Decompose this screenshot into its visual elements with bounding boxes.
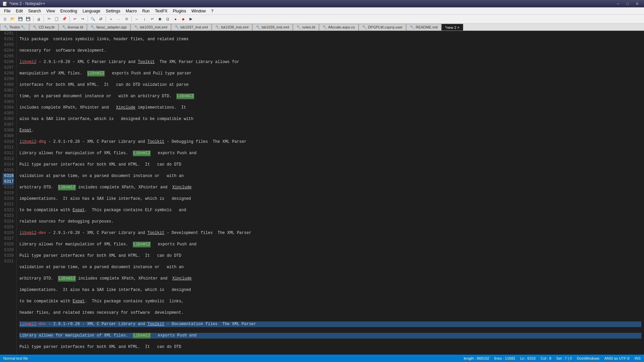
app-icon: 📝 xyxy=(3,2,7,6)
focus-button[interactable]: ◉ xyxy=(156,15,164,23)
tab-readme[interactable]: 🔧 README.md xyxy=(406,24,441,31)
line-6304: arbitrary DTD. Libxml2 includes complete… xyxy=(19,185,641,190)
keyword-libxml2dbg: libxml2 xyxy=(19,139,36,145)
tab-allocate[interactable]: 🔧 Allocate.aspx.cs xyxy=(319,24,359,31)
status-bar: Normal text file length : 860192 lines :… xyxy=(0,355,644,362)
line-6307: related sources for debugging purposes. xyxy=(19,219,641,225)
tab-tsk1033[interactable]: 🔧 tsk1033_inst.xml xyxy=(130,24,171,31)
tab-tsk1039[interactable]: 🔧 tsk1039_inst.xml xyxy=(252,24,293,31)
separator1 xyxy=(33,16,34,22)
line-6316: libxml2-doc - 2.9.1-r0.28 - XML C Parser… xyxy=(19,321,641,327)
tab-license[interactable]: 🔧 license.bt xyxy=(58,24,87,31)
menu-file[interactable]: File xyxy=(1,8,13,14)
sync-h-button[interactable]: ↔ xyxy=(133,15,141,23)
tab-fanuc[interactable]: 🔧 fanuc_adapter.cpp xyxy=(87,24,130,31)
menu-help[interactable]: ? xyxy=(208,8,216,14)
tab-new2[interactable]: *new 2 × xyxy=(441,24,463,31)
highlight-libxml2-4: Libxml2 xyxy=(58,185,75,190)
save-button[interactable]: 💾 xyxy=(17,15,24,23)
menu-settings[interactable]: Settings xyxy=(103,8,123,14)
separator2 xyxy=(44,16,44,22)
menu-textfx[interactable]: TextFX xyxy=(152,8,170,14)
close-button[interactable]: ✕ xyxy=(633,1,641,7)
separator4 xyxy=(88,16,88,22)
undo-button[interactable]: ↩ xyxy=(71,15,78,23)
menu-run[interactable]: Run xyxy=(140,8,152,14)
cut-button[interactable]: ✂ xyxy=(45,15,53,23)
macro-play-button[interactable]: ▶ xyxy=(187,15,195,23)
menu-language[interactable]: Language xyxy=(80,8,103,14)
wrap-button[interactable]: ↵ xyxy=(149,15,156,23)
tab-cdkey[interactable]: 🔧 CD key.bt xyxy=(29,24,58,31)
line-6308: libxml2-dev - 2.9.1-r0.28 - XML C Parser… xyxy=(19,230,641,236)
line-6299: Expat. xyxy=(19,128,641,133)
code-content[interactable]: This package contains symbolic links, he… xyxy=(17,31,644,355)
line-6294: manipulation of XML files. Libxml2 expor… xyxy=(19,71,641,76)
keyword-libxml2: libxml2 xyxy=(19,59,36,65)
tab-testini[interactable]: 🔧 Testini.🔧 xyxy=(0,24,29,31)
line-6296: time, on a parsed document instance or w… xyxy=(19,94,641,99)
line-6293: libxml2 - 2.9.1-r0.28 - XML C Parser Lib… xyxy=(19,59,641,65)
status-encoding: ANSI as UTF-8 xyxy=(604,356,630,360)
separator3 xyxy=(69,16,70,22)
title-bar: 📝 *new 2 - Notepad++ ─ □ ✕ xyxy=(0,0,644,7)
menu-window[interactable]: Window xyxy=(189,8,209,14)
zoom-in-button[interactable]: + xyxy=(107,15,115,23)
status-col: Col : 8 xyxy=(541,356,551,360)
status-ln: Ln : 6316 xyxy=(520,356,536,360)
line-6303: validation at parse time, on a parsed do… xyxy=(19,173,641,179)
editor[interactable]: 62916292629362946295 6296629762986299630… xyxy=(0,31,644,355)
status-left: Normal text file xyxy=(3,356,28,360)
line-6302: Pull type parser interfaces for both XML… xyxy=(19,162,641,168)
tab-notes[interactable]: 🔧 notes.bt xyxy=(293,24,319,31)
keyword-libxml2doc: libxml2 xyxy=(19,321,36,327)
menu-search[interactable]: Search xyxy=(25,8,44,14)
new-button[interactable]: 🗋 xyxy=(1,15,9,23)
status-file-type: Normal text file xyxy=(3,356,28,360)
menu-plugins[interactable]: Plugins xyxy=(170,8,189,14)
macro-stop-button[interactable]: ■ xyxy=(179,15,187,23)
line-6292: necessary for software development. xyxy=(19,48,641,54)
status-length: length : 860192 xyxy=(464,356,489,360)
line-6306: to be compatible with Expat. This packag… xyxy=(19,207,641,213)
redo-button[interactable]: ↪ xyxy=(79,15,86,23)
highlight-libxml2-5: Libxml2 xyxy=(133,242,150,247)
print-button[interactable]: 🖨 xyxy=(35,15,42,23)
window-title: *new 2 - Notepad++ xyxy=(9,1,45,6)
replace-button[interactable]: ⇄ xyxy=(97,15,104,23)
minimize-button[interactable]: ─ xyxy=(614,1,623,7)
macro-rec-button[interactable]: ● xyxy=(172,15,179,23)
line-numbers: 62916292629362946295 6296629762986299630… xyxy=(0,31,17,355)
menu-bar: File Edit Search View Encoding Language … xyxy=(0,7,644,15)
line-6298: also has a SAX like interface, which is … xyxy=(19,116,641,122)
maximize-button[interactable]: □ xyxy=(623,1,632,7)
line-6315: header files, and related items necessar… xyxy=(19,310,641,316)
zoom-out-button[interactable]: - xyxy=(115,15,122,23)
encoding-button[interactable]: Ω xyxy=(164,15,171,23)
menu-macro[interactable]: Macro xyxy=(123,8,140,14)
tab-bar[interactable]: 🔧 Testini.🔧 🔧 CD key.bt 🔧 license.bt 🔧 f… xyxy=(0,23,644,31)
status-ins: INS xyxy=(635,356,641,360)
tab-tsk1037[interactable]: 🔧 tsk1037_inst.xml xyxy=(171,24,212,31)
paste-button[interactable]: 📌 xyxy=(61,15,68,23)
menu-encoding[interactable]: Encoding xyxy=(58,8,80,14)
menu-view[interactable]: View xyxy=(44,8,58,14)
highlight-libxml2-6: Libxml2 xyxy=(58,276,75,282)
status-right: length : 860192 lines : 11682 Ln : 6316 … xyxy=(464,356,641,360)
window-controls[interactable]: ─ □ ✕ xyxy=(614,1,641,7)
highlight-libxml2-3: Libxml2 xyxy=(133,150,150,156)
line-6313: implementations. It also has a SAX like … xyxy=(19,287,641,293)
status-format: Dos\Windows xyxy=(577,356,599,360)
tab-dpgplm[interactable]: 🔧 DPGPLM.csproj.user xyxy=(359,24,406,31)
save-all-button[interactable]: 💾 xyxy=(24,15,32,23)
line-6300: libxml2-dbg - 2.9.1-r0.28 - XML C Parser… xyxy=(19,139,641,145)
copy-button[interactable]: 📋 xyxy=(53,15,60,23)
open-button[interactable]: 📂 xyxy=(9,15,16,23)
find-button[interactable]: 🔍 xyxy=(89,15,97,23)
line-6310: Pull type parser interfaces for both XML… xyxy=(19,253,641,259)
tab-tsk1038[interactable]: 🔧 tsk1038_inst.xml xyxy=(212,24,252,31)
line-6317: Library allows for manipulation of XML f… xyxy=(19,333,641,339)
zoom-restore-button[interactable]: ⊙ xyxy=(123,15,130,23)
menu-edit[interactable]: Edit xyxy=(13,8,25,14)
sync-v-button[interactable]: ↕ xyxy=(141,15,148,23)
